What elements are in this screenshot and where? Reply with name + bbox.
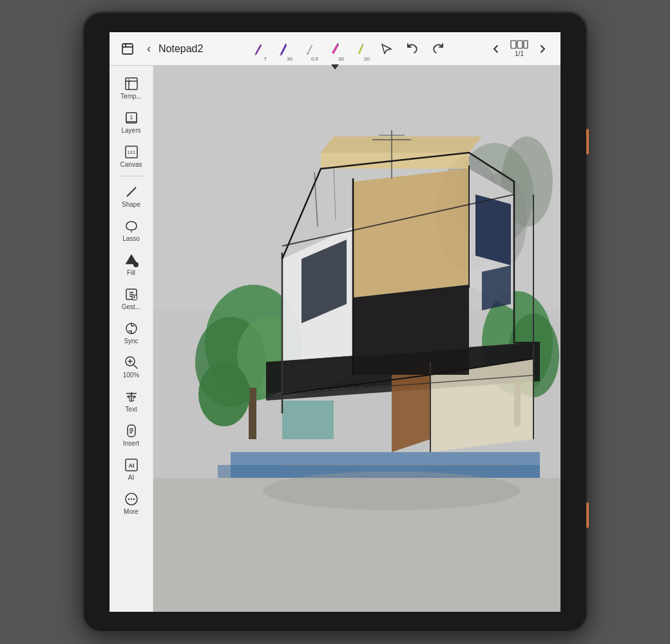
toolbar-right: 1/1 xyxy=(484,35,554,63)
more-label: More xyxy=(124,508,139,515)
svg-point-21 xyxy=(128,396,129,397)
scroll-indicator xyxy=(331,64,339,70)
svg-marker-58 xyxy=(475,194,511,265)
template-label: Temp... xyxy=(120,93,142,100)
divider-1 xyxy=(119,176,144,176)
pen3-number: 0.5 xyxy=(311,56,318,62)
sidebar-item-text[interactable]: Text xyxy=(112,384,151,417)
content-area: Temp... 1 Layers 1X1 xyxy=(110,66,560,612)
svg-marker-50 xyxy=(321,137,482,153)
prev-page-button[interactable] xyxy=(484,35,508,63)
back-button[interactable]: ‹ xyxy=(144,39,153,58)
text-label: Text xyxy=(125,406,137,413)
svg-line-11 xyxy=(127,187,136,196)
selection-tool[interactable] xyxy=(375,35,398,63)
lasso-label: Lasso xyxy=(122,235,140,242)
page-indicator: 1/1 xyxy=(515,50,524,58)
svg-marker-48 xyxy=(353,169,469,298)
sidebar-item-template[interactable]: Temp... xyxy=(112,71,151,104)
sidebar-item-canvas[interactable]: 1X1 Canvas xyxy=(112,139,151,172)
svg-point-13 xyxy=(133,262,139,267)
insert-label: Insert xyxy=(123,440,139,447)
sidebar-item-fill[interactable]: Fill xyxy=(112,247,151,280)
sync-label: Sync xyxy=(124,337,138,345)
sidebar-item-insert[interactable]: Insert xyxy=(112,418,151,451)
pen-tool-2[interactable]: 30 xyxy=(272,35,295,63)
tool-palette: 7 30 0.5 xyxy=(246,35,481,63)
sidebar-item-ai[interactable]: AI AI xyxy=(112,452,151,485)
svg-rect-57 xyxy=(282,401,334,439)
shape-label: Shape xyxy=(122,201,140,208)
device: BOOX ‹ Notepad2 xyxy=(84,13,586,631)
document-title: Notepad2 xyxy=(158,43,223,55)
pen-tool-4[interactable]: 30 xyxy=(323,35,347,63)
sidebar: Temp... 1 Layers 1X1 xyxy=(110,66,153,612)
svg-point-1 xyxy=(307,53,309,54)
sidebar-item-lasso[interactable]: Lasso xyxy=(112,213,151,246)
svg-text:1X1: 1X1 xyxy=(127,150,135,155)
svg-rect-2 xyxy=(511,41,516,48)
sidebar-item-layers[interactable]: 1 Layers xyxy=(112,105,151,138)
zoom-label: 100% xyxy=(123,372,140,379)
ai-label: AI xyxy=(128,474,134,481)
drawing-canvas[interactable] xyxy=(153,66,560,612)
sidebar-item-gesture[interactable]: Gest... xyxy=(112,281,151,314)
next-page-button[interactable] xyxy=(531,35,554,63)
svg-point-26 xyxy=(128,498,129,500)
svg-marker-60 xyxy=(353,285,469,375)
sidebar-item-shape[interactable]: Shape xyxy=(112,179,151,212)
svg-point-27 xyxy=(130,498,131,500)
sidebar-item-more[interactable]: More xyxy=(112,486,151,519)
toolbar: ‹ Notepad2 7 xyxy=(110,32,560,66)
svg-point-42 xyxy=(198,362,250,426)
power-button-top[interactable] xyxy=(586,129,589,155)
gesture-label: Gest... xyxy=(122,303,140,310)
pen-tool-3[interactable]: 0.5 xyxy=(298,35,321,63)
screen: ‹ Notepad2 7 xyxy=(110,32,560,612)
svg-rect-3 xyxy=(517,41,522,48)
svg-marker-59 xyxy=(482,265,511,310)
svg-rect-0 xyxy=(122,44,133,54)
undo-button[interactable] xyxy=(401,35,424,63)
home-button[interactable] xyxy=(116,35,139,63)
power-button-bottom[interactable] xyxy=(586,502,589,528)
pen4-number: 30 xyxy=(338,56,344,62)
fill-label: Fill xyxy=(127,269,135,276)
svg-point-37 xyxy=(263,471,521,510)
sidebar-item-sync[interactable]: Sync xyxy=(112,316,151,348)
canvas-label: Canvas xyxy=(120,161,142,168)
svg-point-20 xyxy=(131,393,132,394)
pen1-number: 7 xyxy=(264,56,267,62)
pen5-number: 20 xyxy=(364,56,370,62)
sidebar-item-zoom[interactable]: 100% xyxy=(112,350,151,383)
layers-label: Layers xyxy=(121,127,140,134)
svg-text:1: 1 xyxy=(129,114,133,120)
redo-button[interactable] xyxy=(426,35,450,63)
pen2-number: 30 xyxy=(287,56,292,62)
pen-tool-5[interactable]: 20 xyxy=(349,35,372,63)
svg-rect-4 xyxy=(524,41,528,48)
svg-text:AI: AI xyxy=(128,462,134,469)
nav-area: ‹ Notepad2 xyxy=(116,35,223,63)
svg-point-28 xyxy=(133,498,134,500)
pen-tool-1[interactable]: 7 xyxy=(246,35,269,63)
svg-rect-5 xyxy=(126,78,137,90)
svg-point-22 xyxy=(134,396,135,397)
